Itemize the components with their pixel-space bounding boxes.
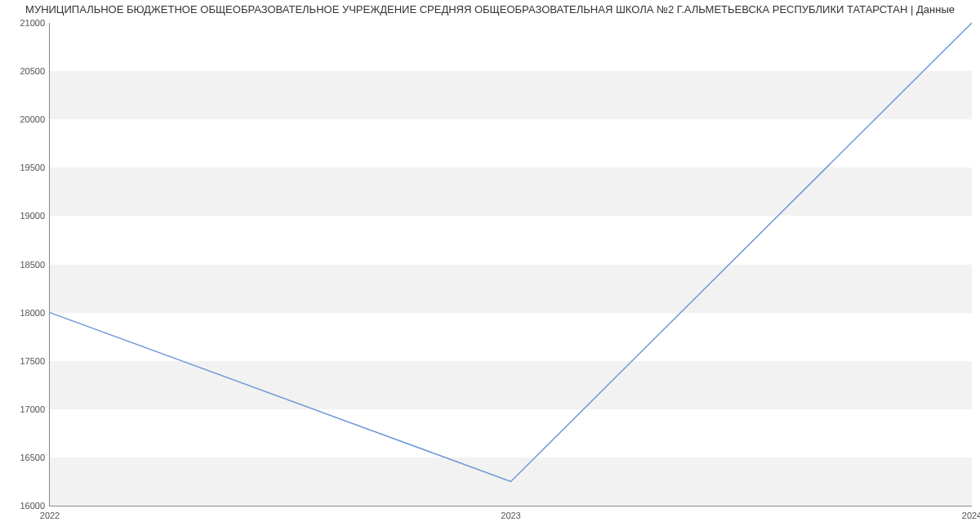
chart-title: МУНИЦИПАЛЬНОЕ БЮДЖЕТНОЕ ОБЩЕОБРАЗОВАТЕЛЬ… [0,0,980,16]
x-axis-tick: 2023 [501,506,520,520]
y-axis-tick: 21000 [20,18,50,28]
line-chart-svg [50,23,972,506]
chart-container: 1600016500170001750018000185001900019500… [49,23,972,506]
y-axis-tick: 19000 [20,211,50,221]
y-axis-tick: 20000 [20,114,50,124]
x-axis-tick: 2022 [40,506,60,520]
y-axis-tick: 20500 [20,66,50,76]
y-axis-tick: 19500 [20,163,50,172]
data-line [50,23,972,481]
y-axis-tick: 16500 [20,453,50,462]
x-axis-tick: 2024 [962,506,980,520]
y-axis-tick: 17000 [20,404,50,414]
y-axis-tick: 18000 [20,308,50,318]
plot-area: 1600016500170001750018000185001900019500… [49,23,972,506]
y-axis-tick: 18500 [20,260,50,270]
y-axis-tick: 17500 [20,356,50,366]
